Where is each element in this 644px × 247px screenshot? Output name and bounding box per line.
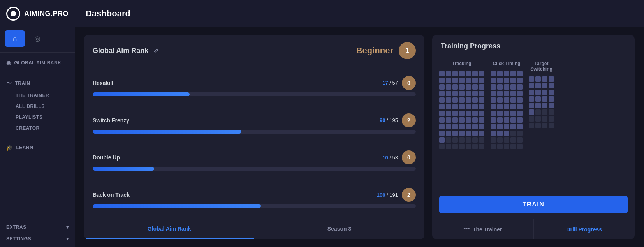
target-icon: ◉ <box>6 60 11 66</box>
grid-cell <box>504 137 509 143</box>
grid-cell <box>459 111 465 116</box>
grid-cell <box>497 111 503 116</box>
sidebar-item-learn[interactable]: 🎓 LEARN <box>0 141 75 154</box>
grid-cell <box>510 124 516 129</box>
grid-cell <box>439 104 445 109</box>
grid-cell <box>535 90 541 95</box>
rank-display: Beginner 1 <box>356 42 416 59</box>
sidebar-item-the-trainer[interactable]: THE TRAINER <box>0 90 75 101</box>
grid-cell <box>491 104 496 109</box>
grid-cell <box>549 123 554 128</box>
sidebar-item-playlists[interactable]: PLAYLISTS <box>0 112 75 123</box>
sidebar-item-extras[interactable]: EXTRAS ▾ <box>0 221 75 233</box>
grid-cell <box>479 91 484 96</box>
logo-text: AIMING.PRO <box>24 10 69 18</box>
drill-progress-fill <box>93 167 154 171</box>
grid-cell <box>504 78 509 83</box>
grid-cell <box>472 131 478 136</box>
grid-cell <box>472 84 478 90</box>
sidebar-item-all-drills[interactable]: ALL DRILLS <box>0 101 75 112</box>
grid-cell <box>535 103 541 108</box>
sidebar-nav-icons: ⌂ ◎ <box>0 27 75 53</box>
grid-cell <box>517 117 523 123</box>
share-icon[interactable]: ⇗ <box>153 46 159 55</box>
grid-cell <box>439 137 445 143</box>
grid-cell <box>491 111 496 116</box>
grid-cell <box>517 97 523 103</box>
logo-icon <box>6 7 20 21</box>
grid-cell <box>466 137 471 143</box>
grid-cell <box>439 84 445 90</box>
drill-score: 17 / 57 0 <box>382 76 416 90</box>
grid-cell <box>459 137 465 143</box>
sidebar-section-global-aim-rank: ◉ GLOBAL AIM RANK <box>0 53 75 73</box>
drill-row: Double Up 10 / 53 0 <box>84 146 424 175</box>
grid-cell <box>459 131 465 136</box>
grid-cell <box>472 117 478 123</box>
grid-cell <box>466 124 471 129</box>
training-grid <box>491 71 523 149</box>
grid-cell <box>504 131 509 136</box>
logo: AIMING.PRO <box>0 0 75 27</box>
grid-cell <box>479 124 484 129</box>
grid-cell <box>542 116 547 122</box>
grid-cell <box>472 78 478 83</box>
grid-cell <box>479 131 484 136</box>
grid-cell <box>472 144 478 149</box>
training-progress-panel: Training Progress TrackingClick TimingTa… <box>432 35 635 239</box>
the-trainer-footer-tab[interactable]: 〜 The Trainer <box>432 219 533 239</box>
grid-cell <box>446 144 451 149</box>
grid-cell <box>479 111 484 116</box>
grid-cell <box>529 90 534 95</box>
grid-cell <box>504 117 509 123</box>
grid-cell <box>439 71 445 76</box>
grid-cell <box>459 91 465 96</box>
drill-progress-footer-tab[interactable]: Drill Progress <box>533 219 635 239</box>
grid-cell <box>452 97 458 103</box>
grid-cell <box>439 117 445 123</box>
drill-badge: 2 <box>402 113 416 127</box>
grid-cell <box>479 84 484 90</box>
grid-cell <box>466 117 471 123</box>
drill-progress-bar <box>93 204 416 208</box>
grid-cell <box>479 117 484 123</box>
grid-cell <box>446 97 451 103</box>
sidebar-item-settings[interactable]: SETTINGS ▾ <box>0 233 75 245</box>
grid-cell <box>510 97 516 103</box>
grid-cell <box>535 116 541 122</box>
home-nav-button[interactable]: ⌂ <box>5 30 25 47</box>
right-panel-title: Training Progress <box>432 35 635 55</box>
grid-cell <box>472 97 478 103</box>
drill-progress-fill <box>93 130 241 134</box>
grid-cell <box>491 131 496 136</box>
activity-nav-button[interactable]: ◎ <box>27 30 48 47</box>
drill-row-top: Double Up 10 / 53 0 <box>93 150 416 164</box>
grid-cell <box>535 123 541 128</box>
tab-global-aim-rank[interactable]: Global Aim Rank <box>84 219 254 239</box>
panel-header-left: Global Aim Rank ⇗ <box>93 46 159 55</box>
drill-progress-bar <box>93 167 416 171</box>
grid-cell <box>491 78 496 83</box>
sidebar-item-train[interactable]: 〜 TRAIN <box>0 77 75 90</box>
grid-cell <box>466 104 471 109</box>
sidebar-item-creator[interactable]: CREATOR <box>0 123 75 134</box>
grid-cell <box>446 131 451 136</box>
grid-cell <box>497 131 503 136</box>
grid-cell <box>510 131 516 136</box>
tab-season-3[interactable]: Season 3 <box>254 219 424 239</box>
grid-cell <box>479 104 484 109</box>
grid-cell <box>529 123 534 128</box>
topbar: Dashboard <box>75 0 644 27</box>
sidebar-item-global-aim-rank[interactable]: ◉ GLOBAL AIM RANK <box>0 56 75 69</box>
drill-score: 10 / 53 0 <box>382 150 416 164</box>
grid-cell <box>459 117 465 123</box>
grid-cell <box>497 104 503 109</box>
grid-cell <box>549 83 554 88</box>
main-content: Dashboard Global Aim Rank ⇗ Beginner 1 H… <box>75 0 644 247</box>
train-button[interactable]: TRAIN <box>439 196 628 213</box>
grid-cell <box>491 137 496 143</box>
grid-cell <box>517 111 523 116</box>
grid-cell <box>472 71 478 76</box>
panel-title: Global Aim Rank <box>93 47 148 55</box>
grid-cell <box>504 124 509 129</box>
